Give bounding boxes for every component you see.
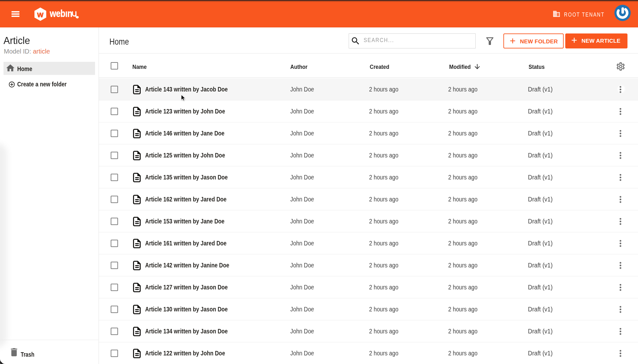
svg-text:W: W <box>37 11 43 18</box>
